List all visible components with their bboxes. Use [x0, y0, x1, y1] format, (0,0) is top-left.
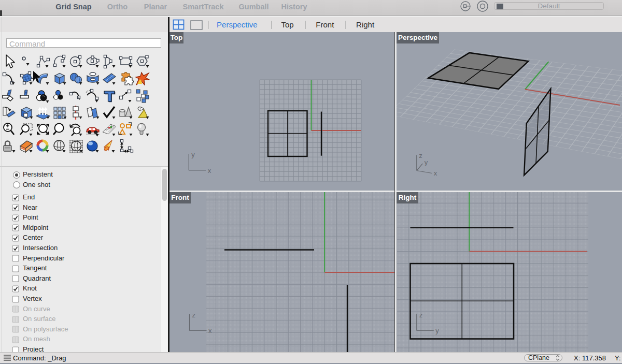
- svg-text:y: y: [435, 327, 439, 334]
- svg-text:z: z: [419, 311, 423, 319]
- svg-text:y: y: [425, 158, 428, 166]
- svg-text:z: z: [192, 311, 196, 319]
- svg-text:y: y: [191, 151, 195, 158]
- svg-text:x: x: [434, 169, 437, 177]
- svg-text:x: x: [208, 167, 211, 174]
- svg-text:z: z: [419, 152, 422, 159]
- svg-text:x: x: [208, 327, 212, 334]
